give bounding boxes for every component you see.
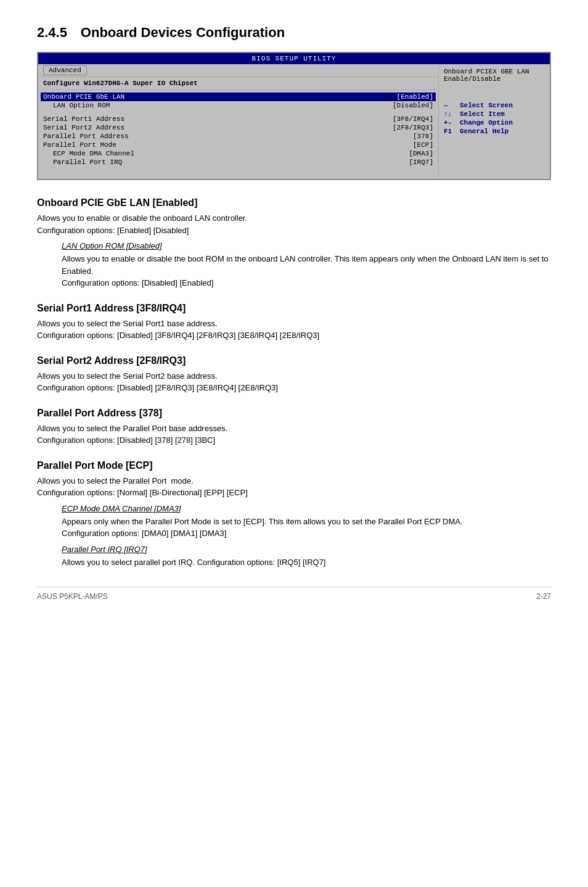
content-text-lan: Allows you to enable or disable the onbo… <box>37 212 551 236</box>
bios-item-lan-value: [Enabled] <box>397 93 433 101</box>
content-text-parallel-mode: Allows you to select the Parallel Port m… <box>37 475 551 499</box>
bios-gap-3 <box>43 171 433 176</box>
bios-legend-desc-help: General Help <box>460 128 508 135</box>
section-number: 2.4.5 <box>37 25 67 40</box>
bios-item-parallel-addr-value: [378] <box>413 133 433 140</box>
section-title: 2.4.5 Onboard Devices Configuration <box>37 25 551 41</box>
footer-left: ASUS P5KPL-AM/PS <box>37 592 108 601</box>
bios-gap-2 <box>43 167 433 171</box>
bios-item-ecp-dma-label: ECP Mode DMA Channel <box>53 150 134 157</box>
content-section-serial1: Serial Port1 Address [3F8/IRQ4] Allows y… <box>37 303 551 342</box>
page-footer: ASUS P5KPL-AM/PS 2-27 <box>37 587 551 601</box>
content-heading-serial2: Serial Port2 Address [2F8/IRQ3] <box>37 355 551 366</box>
bios-item-parallel-mode[interactable]: Parallel Port Mode [ECP] <box>43 141 433 149</box>
bios-legend-item-option: +- Change Option <box>444 118 545 127</box>
content-section-parallel-addr: Parallel Port Address [378] Allows you t… <box>37 408 551 447</box>
content-heading-parallel-addr: Parallel Port Address [378] <box>37 408 551 419</box>
sub-heading-ecp-dma: ECP Mode DMA Channel [DMA3] <box>62 504 551 513</box>
bios-legend-desc-item: Select Item <box>460 110 505 118</box>
bios-item-serial1[interactable]: Serial Port1 Address [3F8/IRQ4] <box>43 115 433 123</box>
bios-tab-advanced[interactable]: Advanced <box>43 65 87 75</box>
bios-legend-key-help: F1 <box>444 128 456 135</box>
bios-item-lan-rom[interactable]: LAN Option ROM [Disabled] <box>43 101 433 110</box>
bios-legend-desc-screen: Select Screen <box>460 102 513 109</box>
bios-legend-item-item: ↑↓ Select Item <box>444 110 545 118</box>
sub-section-ecp-dma: ECP Mode DMA Channel [DMA3] Appears only… <box>62 504 551 540</box>
bios-legend-item-help: F1 General Help <box>444 127 545 136</box>
content-heading-serial1: Serial Port1 Address [3F8/IRQ4] <box>37 303 551 314</box>
bios-item-ecp-dma[interactable]: ECP Mode DMA Channel [DMA3] <box>43 149 433 158</box>
bios-right-panel: Onboard PCIEX GBE LAN Enable/Disable ↔ S… <box>439 64 550 179</box>
bios-item-lan[interactable]: Onboard PCIE GbE LAN [Enabled] <box>41 93 436 101</box>
bios-legend-key-option: +- <box>444 119 456 126</box>
bios-legend-key-screen: ↔ <box>444 102 456 109</box>
footer-right: 2-27 <box>536 592 551 601</box>
sub-text-lan-rom: Allows you to enable or disable the boot… <box>62 253 551 289</box>
bios-item-serial2-value: [2F8/IRQ3] <box>393 124 433 131</box>
bios-item-serial2-label: Serial Port2 Address <box>43 124 125 131</box>
bios-body: Advanced Configure Win627DHG-A Super IO … <box>38 64 550 179</box>
bios-item-parallel-irq-label: Parallel Port IRQ <box>53 159 122 166</box>
section-title-text: Onboard Devices Configuration <box>81 25 285 40</box>
bios-legend-key-item: ↑↓ <box>444 110 456 118</box>
bios-item-serial2[interactable]: Serial Port2 Address [2F8/IRQ3] <box>43 123 433 132</box>
bios-screenshot: BIOS SETUP UTILITY Advanced Configure Wi… <box>37 52 551 180</box>
bios-left-panel: Advanced Configure Win627DHG-A Super IO … <box>38 64 439 179</box>
sub-heading-lan-rom: LAN Option ROM [Disabled] <box>62 241 551 250</box>
content-heading-lan: Onboard PCIE GbE LAN [Enabled] <box>37 197 551 208</box>
bios-item-ecp-dma-value: [DMA3] <box>409 150 433 157</box>
sub-section-parallel-irq: Parallel Port IRQ [IRQ7] Allows you to s… <box>62 545 551 569</box>
content-section-lan: Onboard PCIE GbE LAN [Enabled] Allows yo… <box>37 197 551 289</box>
sub-text-ecp-dma: Appears only when the Parallel Port Mode… <box>62 516 551 540</box>
sub-text-parallel-irq: Allows you to select parallel port IRQ. … <box>62 556 551 569</box>
bios-gap-1 <box>43 110 433 115</box>
bios-item-parallel-irq[interactable]: Parallel Port IRQ [IRQ7] <box>43 158 433 167</box>
bios-item-parallel-irq-value: [IRQ7] <box>409 159 433 166</box>
bios-legend-desc-option: Change Option <box>460 119 513 126</box>
bios-items: Onboard PCIE GbE LAN [Enabled] LAN Optio… <box>38 90 438 179</box>
bios-item-lan-rom-label: LAN Option ROM <box>53 102 110 109</box>
bios-item-lan-rom-value: [Disabled] <box>393 102 433 109</box>
bios-item-serial1-label: Serial Port1 Address <box>43 115 125 123</box>
bios-legend: ↔ Select Screen ↑↓ Select Item +- Change… <box>444 101 545 136</box>
content-heading-parallel-mode: Parallel Port Mode [ECP] <box>37 460 551 471</box>
bios-item-parallel-addr-label: Parallel Port Address <box>43 133 129 140</box>
bios-help-text: Onboard PCIEX GBE LAN Enable/Disable <box>444 68 545 83</box>
bios-tab-row: Advanced <box>38 64 438 77</box>
bios-section-label: Configure Win627DHG-A Super IO Chipset <box>38 77 438 90</box>
content-section-serial2: Serial Port2 Address [2F8/IRQ3] Allows y… <box>37 355 551 394</box>
bios-item-parallel-mode-label: Parallel Port Mode <box>43 141 116 149</box>
sub-section-lan-rom: LAN Option ROM [Disabled] Allows you to … <box>62 241 551 289</box>
bios-legend-item-screen: ↔ Select Screen <box>444 101 545 110</box>
content-section-parallel-mode: Parallel Port Mode [ECP] Allows you to s… <box>37 460 551 569</box>
bios-item-lan-label: Onboard PCIE GbE LAN <box>43 93 125 101</box>
bios-header: BIOS SETUP UTILITY <box>38 53 550 64</box>
bios-item-serial1-value: [3F8/IRQ4] <box>393 115 433 123</box>
bios-item-parallel-addr[interactable]: Parallel Port Address [378] <box>43 132 433 141</box>
content-text-serial1: Allows you to select the Serial Port1 ba… <box>37 318 551 342</box>
bios-item-parallel-mode-value: [ECP] <box>413 141 433 149</box>
content-text-serial2: Allows you to select the Serial Port2 ba… <box>37 370 551 394</box>
sub-heading-parallel-irq: Parallel Port IRQ [IRQ7] <box>62 545 551 554</box>
content-text-parallel-addr: Allows you to select the Parallel Port b… <box>37 423 551 447</box>
